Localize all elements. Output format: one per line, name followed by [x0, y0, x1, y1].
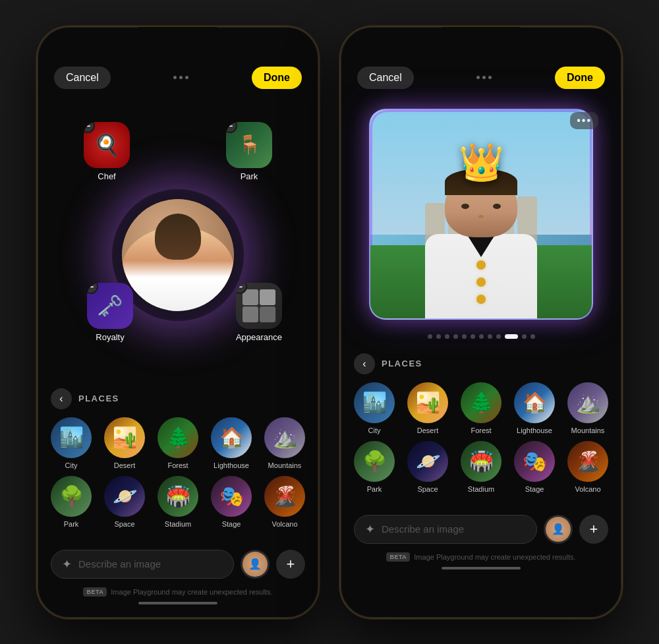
appearance-cell-3	[243, 307, 258, 322]
places-row2-p2: 🌳 Park 🪐 Space 🏟️ Stadiu	[354, 441, 608, 493]
park-circle: − 🪑	[226, 122, 272, 168]
place-lighthouse-label-p2: Lighthouse	[517, 426, 552, 434]
royalty-item[interactable]: − 🗝️ Royalty	[87, 283, 133, 342]
add-button-2[interactable]: +	[579, 515, 608, 544]
park-minus-btn[interactable]: −	[226, 122, 237, 133]
place-park-label-p2: Park	[367, 485, 382, 493]
places-title-1: PLACES	[78, 394, 119, 403]
places-back-button[interactable]: ‹	[51, 388, 72, 409]
places-row2: 🌳 Park 🪐 Space 🏟️ Stadiu	[51, 476, 305, 528]
dot-11	[522, 334, 527, 339]
place-lighthouse-p2[interactable]: 🏠 Lighthouse	[514, 382, 555, 434]
sparkle-icon-2: ✦	[365, 522, 375, 537]
more-button[interactable]: •••	[570, 112, 598, 129]
place-lighthouse-label: Lighthouse	[214, 461, 249, 469]
places-header-2: ‹ PLACES	[354, 353, 608, 374]
place-desert-p2[interactable]: 🏜️ Desert	[407, 382, 448, 434]
dot-5	[462, 334, 467, 339]
cancel-button[interactable]: Cancel	[54, 67, 111, 89]
phone-1: Cancel Done − 🍳 Chef	[36, 26, 320, 619]
selection-area: − 🍳 Chef − 🪑 Park	[51, 102, 305, 382]
place-volcano-p2[interactable]: 🌋 Volcano	[567, 441, 608, 493]
describe-input-area[interactable]: ✦ Describe an image	[51, 550, 234, 579]
place-space-circle: 🪐	[104, 476, 145, 517]
avatar-btn-image-2: 👤	[546, 517, 571, 542]
place-volcano-label: Volcano	[272, 520, 297, 528]
avatar-image	[122, 199, 234, 311]
place-lighthouse[interactable]: 🏠 Lighthouse	[211, 417, 252, 469]
place-stage-label: Stage	[222, 520, 241, 528]
place-city-circle-p2: 🏙️	[354, 382, 395, 423]
place-city-p2[interactable]: 🏙️ City	[354, 382, 395, 434]
park-item[interactable]: − 🪑 Park	[226, 122, 272, 181]
place-space[interactable]: 🪐 Space	[104, 476, 145, 528]
describe-input-area-2[interactable]: ✦ Describe an image	[354, 515, 537, 544]
done-button-2[interactable]: Done	[555, 67, 605, 89]
place-desert[interactable]: 🏜️ Desert	[104, 417, 145, 469]
avatar-button-2[interactable]: 👤	[544, 515, 573, 544]
royalty-label: Royalty	[96, 332, 124, 342]
dot-7	[479, 334, 484, 339]
place-forest[interactable]: 🌲 Forest	[158, 417, 198, 469]
dot-10-active	[505, 334, 518, 339]
place-space-p2[interactable]: 🪐 Space	[407, 441, 448, 493]
place-stage-label-p2: Stage	[525, 485, 544, 493]
cancel-button-2[interactable]: Cancel	[357, 67, 414, 89]
beta-notice-2: BETA Image Playground may create unexpec…	[354, 552, 608, 562]
place-stadium-circle-p2: 🏟️	[461, 441, 501, 482]
place-desert-circle: 🏜️	[104, 417, 145, 458]
places-section-1: ‹ PLACES 🏙️ City 🏜️ Desert	[51, 382, 305, 541]
chef-minus-btn[interactable]: −	[84, 122, 95, 133]
place-mountains-p2[interactable]: ⛰️ Mountains	[567, 382, 608, 434]
chef-item[interactable]: − 🍳 Chef	[84, 122, 130, 181]
place-forest-circle: 🌲	[158, 417, 198, 458]
beta-notice-1: BETA Image Playground may create unexpec…	[51, 587, 305, 597]
status-dot-6	[488, 76, 492, 79]
phone-2: Cancel Done	[339, 26, 623, 619]
place-stage-p2[interactable]: 🎭 Stage	[514, 441, 555, 493]
home-indicator-2	[442, 567, 521, 570]
place-forest-label: Forest	[167, 461, 188, 469]
add-button-1[interactable]: +	[276, 550, 305, 579]
place-volcano-circle: 🌋	[264, 476, 305, 517]
chef-label: Chef	[98, 171, 115, 181]
beta-badge-2: BETA	[386, 552, 410, 562]
character-figure: 👑	[370, 141, 592, 318]
place-stadium-label: Stadium	[165, 520, 191, 528]
appearance-item[interactable]: − Appearance	[236, 283, 282, 342]
place-desert-label-p2: Desert	[417, 426, 438, 434]
park-label: Park	[241, 171, 258, 181]
person-body	[425, 234, 537, 318]
place-city[interactable]: 🏙️ City	[51, 417, 92, 469]
result-image-container: 👑	[354, 102, 608, 326]
place-stadium[interactable]: 🏟️ Stadium	[158, 476, 198, 528]
dot-8	[488, 334, 492, 339]
status-dot-5	[482, 76, 486, 79]
place-volcano[interactable]: 🌋 Volcano	[264, 476, 305, 528]
places-header-1: ‹ PLACES	[51, 388, 305, 409]
place-stadium-p2[interactable]: 🏟️ Stadium	[461, 441, 501, 493]
dot-2	[436, 334, 441, 339]
appearance-grid	[243, 289, 275, 322]
dot-12	[530, 334, 535, 339]
place-city-circle: 🏙️	[51, 417, 92, 458]
place-stage[interactable]: 🎭 Stage	[211, 476, 252, 528]
home-indicator-1	[138, 602, 217, 604]
appearance-cell-2	[260, 289, 275, 305]
place-mountains[interactable]: ⛰️ Mountains	[264, 417, 305, 469]
place-desert-label: Desert	[114, 461, 135, 469]
royalty-minus-btn[interactable]: −	[87, 283, 98, 294]
phone1-header: Cancel Done	[51, 60, 305, 96]
places-section-2: ‹ PLACES 🏙️ City 🏜️ Desert	[354, 347, 608, 506]
done-button[interactable]: Done	[252, 67, 302, 89]
places-back-button-2[interactable]: ‹	[354, 353, 375, 374]
avatar-button-1[interactable]: 👤	[241, 550, 270, 579]
dot-4	[453, 334, 458, 339]
place-volcano-label-p2: Volcano	[575, 485, 600, 493]
dot-9	[496, 334, 501, 339]
place-park-p2[interactable]: 🌳 Park	[354, 441, 395, 493]
beta-badge-1: BETA	[83, 587, 107, 597]
place-lighthouse-circle: 🏠	[211, 417, 252, 458]
place-park[interactable]: 🌳 Park	[51, 476, 92, 528]
place-forest-p2[interactable]: 🌲 Forest	[461, 382, 501, 434]
